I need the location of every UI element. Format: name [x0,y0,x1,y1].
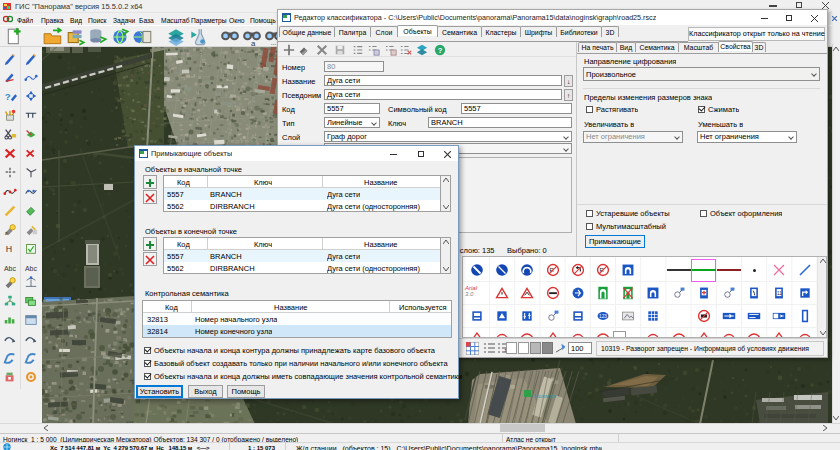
svg-text:H: H [6,244,12,254]
svg-text:...: ... [271,39,277,46]
svg-text:123: 123 [599,314,607,319]
svg-text:?: ? [5,91,11,102]
svg-text:Abc: Abc [4,265,17,272]
svg-text:Abc: Abc [25,265,38,272]
svg-text:a: a [251,39,256,47]
svg-text:11: 11 [777,291,782,296]
svg-text:a: a [5,230,8,236]
svg-text:?: ? [438,46,443,55]
